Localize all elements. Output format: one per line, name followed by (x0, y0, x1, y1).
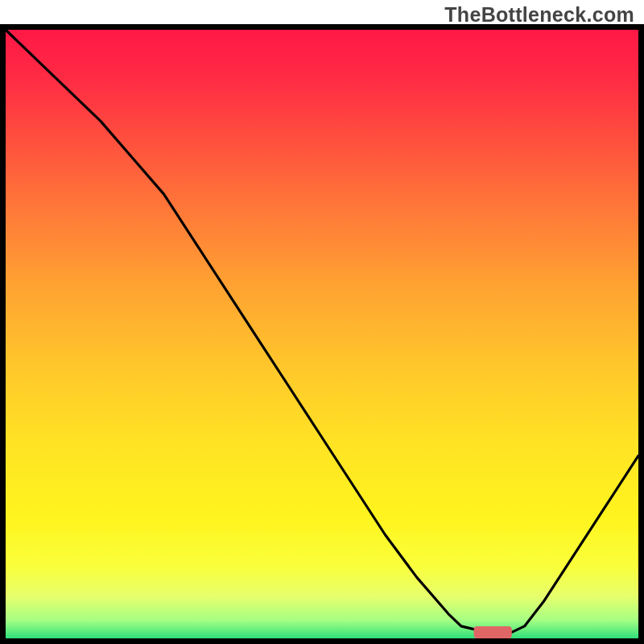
watermark-text: TheBottleneck.com (444, 3, 634, 27)
chart-svg (0, 0, 644, 644)
optimal-marker (474, 626, 512, 638)
bottleneck-chart: TheBottleneck.com (0, 0, 644, 644)
